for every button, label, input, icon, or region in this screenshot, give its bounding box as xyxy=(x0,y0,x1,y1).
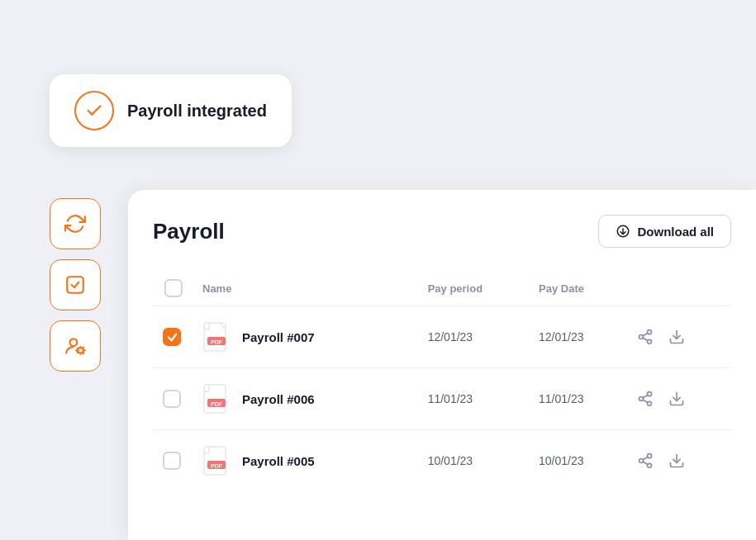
svg-line-29 xyxy=(643,457,648,459)
share-icon[interactable] xyxy=(635,327,655,347)
pay-period: 11/01/23 xyxy=(418,368,529,430)
row-actions xyxy=(635,327,721,347)
col-header-actions xyxy=(625,271,731,306)
download-icon[interactable] xyxy=(667,327,687,347)
file-name-cell: PDF Payroll #007 xyxy=(202,321,378,353)
col-header-pay-period: Pay period xyxy=(418,271,529,306)
file-name: Payroll #007 xyxy=(242,330,315,344)
table-row: PDF Payroll #006 11/01/23 11/01/23 xyxy=(153,368,731,430)
pdf-icon: PDF xyxy=(202,445,231,476)
row-actions xyxy=(635,389,721,409)
integration-badge: Payroll integrated xyxy=(50,74,292,147)
table-row: PDF Payroll #005 10/01/23 10/01/23 xyxy=(153,430,731,492)
row-checkbox[interactable] xyxy=(163,328,181,346)
panel-title: Payroll xyxy=(153,219,225,244)
share-icon[interactable] xyxy=(635,451,655,471)
row-checkbox[interactable] xyxy=(163,452,181,470)
pay-period: 10/01/23 xyxy=(418,430,529,492)
share-icon[interactable] xyxy=(635,389,655,409)
file-name-cell: PDF Payroll #005 xyxy=(202,445,378,476)
file-name-cell: PDF Payroll #006 xyxy=(202,383,378,414)
panel-header: Payroll Download all xyxy=(153,215,731,248)
row-checkbox[interactable] xyxy=(163,390,181,408)
file-name: Payroll #006 xyxy=(242,392,315,406)
file-name: Payroll #005 xyxy=(242,454,315,468)
pdf-icon: PDF xyxy=(202,321,231,353)
col-header-pay-date: Pay Date xyxy=(529,271,625,306)
svg-line-10 xyxy=(643,338,648,340)
check-circle-icon xyxy=(74,91,114,130)
download-icon[interactable] xyxy=(667,389,687,409)
pay-date: 11/01/23 xyxy=(529,368,625,430)
svg-line-28 xyxy=(643,462,648,464)
col-header-name: Name xyxy=(193,271,418,306)
svg-line-11 xyxy=(643,333,648,335)
svg-text:PDF: PDF xyxy=(211,339,223,345)
svg-text:PDF: PDF xyxy=(211,463,223,469)
svg-rect-0 xyxy=(67,277,83,293)
svg-point-1 xyxy=(70,339,78,346)
download-icon[interactable] xyxy=(667,451,687,471)
sidebar xyxy=(50,198,101,372)
table-row: PDF Payroll #007 12/01/23 12/01/23 xyxy=(153,306,731,368)
pay-date: 12/01/23 xyxy=(529,306,625,368)
download-all-button[interactable]: Download all xyxy=(598,215,731,248)
download-all-label: Download all xyxy=(637,225,714,239)
pdf-icon: PDF xyxy=(202,383,231,414)
svg-line-19 xyxy=(643,400,648,402)
main-panel: Payroll Download all Name P xyxy=(128,190,756,540)
row-actions xyxy=(635,451,721,471)
sidebar-item-user-settings[interactable] xyxy=(50,320,101,372)
payroll-table: Name Pay period Pay Date xyxy=(153,271,731,491)
select-all-checkbox[interactable] xyxy=(164,279,183,297)
integration-title: Payroll integrated xyxy=(127,102,267,121)
sidebar-item-sync[interactable] xyxy=(50,198,101,249)
sidebar-item-checklist[interactable] xyxy=(50,259,101,310)
svg-line-20 xyxy=(643,395,648,397)
svg-text:PDF: PDF xyxy=(211,401,223,407)
pay-date: 10/01/23 xyxy=(529,430,625,492)
pay-period: 12/01/23 xyxy=(418,306,529,368)
